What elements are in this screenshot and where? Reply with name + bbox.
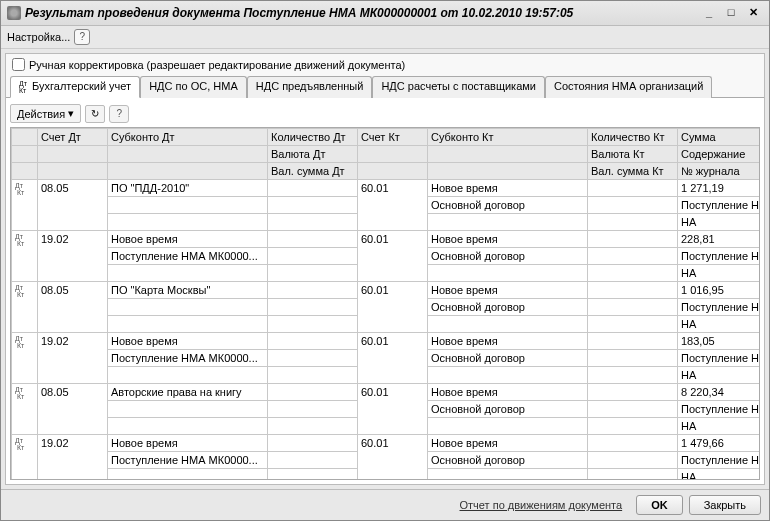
h-qty-dt[interactable]: Количество Дт (268, 129, 358, 146)
h-acct-dt[interactable]: Счет Дт (38, 129, 108, 146)
cell-sub-dt2 (108, 197, 268, 214)
cell-valsum-kt (588, 367, 678, 384)
cell-acct-dt: 19.02 (38, 333, 108, 384)
minimize-button[interactable]: _ (699, 5, 719, 21)
cell-cur-kt (588, 197, 678, 214)
cell-acct-dt: 19.02 (38, 231, 108, 282)
actions-button[interactable]: Действия ▾ (10, 104, 81, 123)
cell-valsum-kt (588, 418, 678, 435)
cell-acct-dt: 08.05 (38, 180, 108, 231)
cell-sum: 1 479,66 (678, 435, 761, 452)
h-valsum-dt[interactable]: Вал. сумма Дт (268, 163, 358, 180)
cell-valsum-dt (268, 367, 358, 384)
cell-acct-kt: 60.01 (358, 231, 428, 282)
cell-cur-kt (588, 299, 678, 316)
table-row[interactable]: Дт Кт19.02Новое время60.01Новое время228… (12, 231, 761, 248)
dtkt-icon: Дт Кт (12, 282, 38, 333)
manual-correction-checkbox[interactable] (12, 58, 25, 71)
cell-journal: НА (678, 214, 761, 231)
cell-qty-kt (588, 282, 678, 299)
table-row[interactable]: Дт Кт08.05Авторские права на книгу60.01Н… (12, 384, 761, 401)
cell-cur-dt (268, 401, 358, 418)
cell-sum: 228,81 (678, 231, 761, 248)
tab-accounting[interactable]: ДтКт Бухгалтерский учет (10, 76, 140, 98)
close-window-button[interactable]: ✕ (743, 5, 763, 21)
cell-sum: 8 220,34 (678, 384, 761, 401)
cell-sub-dt: Авторские права на книгу (108, 384, 268, 401)
table-header: Счет Дт Субконто Дт Количество Дт Счет К… (12, 129, 761, 180)
h-acct-kt[interactable]: Счет Кт (358, 129, 428, 146)
settings-menu[interactable]: Настройка... (7, 31, 70, 43)
cell-sub-dt3 (108, 469, 268, 480)
cell-sub-dt: ПО "Карта Москвы" (108, 282, 268, 299)
h-content[interactable]: Содержание (678, 146, 761, 163)
cell-sub-dt3 (108, 367, 268, 384)
footer-bar: Отчет по движениям документа OK Закрыть (1, 489, 769, 520)
cell-sub-dt: Новое время (108, 333, 268, 350)
cell-qty-dt (268, 384, 358, 401)
cell-sub-kt2: Основной договор (428, 401, 588, 418)
cell-cur-dt (268, 350, 358, 367)
cell-sub-dt: ПО "ПДД-2010" (108, 180, 268, 197)
h-sub-dt[interactable]: Субконто Дт (108, 129, 268, 146)
cell-sum: 1 016,95 (678, 282, 761, 299)
cell-qty-dt (268, 180, 358, 197)
h-sum[interactable]: Сумма (678, 129, 761, 146)
h-currency-dt[interactable]: Валюта Дт (268, 146, 358, 163)
cell-cur-dt (268, 299, 358, 316)
cell-sub-dt2 (108, 401, 268, 418)
grid-toolbar: Действия ▾ ↻ ? (10, 102, 760, 127)
cell-content: Поступление НМА по ... (678, 350, 761, 367)
dtkt-icon: Дт Кт (12, 333, 38, 384)
window-frame: Результат проведения документа Поступлен… (0, 0, 770, 521)
h-currency-kt[interactable]: Валюта Кт (588, 146, 678, 163)
cell-sub-dt2: Поступление НМА МК0000... (108, 452, 268, 469)
cell-journal: НА (678, 469, 761, 480)
tab-nds-presented[interactable]: НДС предъявленный (247, 76, 373, 98)
table-row[interactable]: Дт Кт08.05ПО "ПДД-2010"60.01Новое время1… (12, 180, 761, 197)
maximize-button[interactable]: □ (721, 5, 741, 21)
cell-cur-kt (588, 452, 678, 469)
cell-sum: 1 271,19 (678, 180, 761, 197)
table-row[interactable]: Дт Кт19.02Новое время60.01Новое время183… (12, 333, 761, 350)
cell-sub-kt3 (428, 418, 588, 435)
cell-sub-kt: Новое время (428, 231, 588, 248)
h-qty-kt[interactable]: Количество Кт (588, 129, 678, 146)
h-journal[interactable]: № журнала (678, 163, 761, 180)
ok-button[interactable]: OK (636, 495, 683, 515)
cell-acct-dt: 08.05 (38, 384, 108, 435)
table-row[interactable]: Дт Кт08.05ПО "Карта Москвы"60.01Новое вр… (12, 282, 761, 299)
cell-valsum-dt (268, 469, 358, 480)
cell-content: Поступление НМА по ... (678, 401, 761, 418)
cell-qty-dt (268, 435, 358, 452)
cell-acct-kt: 60.01 (358, 333, 428, 384)
toolbar-help-button[interactable]: ? (109, 105, 129, 123)
grid-wrapper[interactable]: Счет Дт Субконто Дт Количество Дт Счет К… (10, 127, 760, 480)
tab-nma-states[interactable]: Состояния НМА организаций (545, 76, 712, 98)
cell-sub-kt3 (428, 316, 588, 333)
h-mark[interactable] (12, 129, 38, 146)
cell-valsum-dt (268, 265, 358, 282)
tab-nds-suppliers[interactable]: НДС расчеты с поставщиками (372, 76, 545, 98)
cell-sub-dt2 (108, 299, 268, 316)
table-row[interactable]: Дт Кт19.02Новое время60.01Новое время1 4… (12, 435, 761, 452)
tab-nds-os-nma[interactable]: НДС по ОС, НМА (140, 76, 247, 98)
cell-qty-kt (588, 180, 678, 197)
cell-acct-kt: 60.01 (358, 384, 428, 435)
h-valsum-kt[interactable]: Вал. сумма Кт (588, 163, 678, 180)
help-icon[interactable]: ? (74, 29, 90, 45)
cell-sub-dt: Новое время (108, 435, 268, 452)
refresh-button[interactable]: ↻ (85, 105, 105, 123)
close-button[interactable]: Закрыть (689, 495, 761, 515)
cell-sub-kt2: Основной договор (428, 350, 588, 367)
report-link[interactable]: Отчет по движениям документа (460, 499, 623, 511)
dtkt-icon: Дт Кт (12, 231, 38, 282)
cell-sub-kt3 (428, 367, 588, 384)
cell-cur-dt (268, 248, 358, 265)
dtkt-icon: Дт Кт (12, 384, 38, 435)
cell-sub-dt3 (108, 265, 268, 282)
cell-sub-kt3 (428, 265, 588, 282)
cell-cur-kt (588, 248, 678, 265)
cell-sub-kt: Новое время (428, 435, 588, 452)
h-sub-kt[interactable]: Субконто Кт (428, 129, 588, 146)
